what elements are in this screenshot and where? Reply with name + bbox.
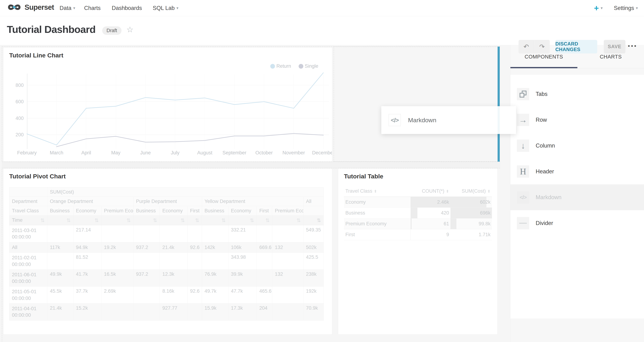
- superset-logo[interactable]: Superset: [6, 2, 54, 12]
- pivot-travel-class-row: Travel Class BusinessEconomy Premium Eco…: [10, 206, 324, 216]
- sort-icon[interactable]: ⇅: [66, 218, 70, 223]
- component-list: Tabs → Row ↓ Column H Header </> Markdow…: [510, 75, 644, 318]
- undo-icon: ↶: [524, 43, 529, 50]
- sidebar-strip: [510, 68, 644, 75]
- tutorial-table-card[interactable]: Tutorial Table Travel Class⬍ COUNT(*)⬍ S…: [338, 168, 498, 334]
- svg-text:600: 600: [16, 99, 24, 104]
- discard-changes-button[interactable]: DISCARD CHANGES: [555, 40, 597, 54]
- svg-text:August: August: [197, 150, 212, 156]
- plus-icon: +: [594, 4, 599, 12]
- dashboard-canvas: Tutorial Line Chart Return Single Februa…: [0, 45, 510, 342]
- undo-button[interactable]: ↶: [518, 40, 534, 54]
- sort-icon[interactable]: ⇅: [296, 218, 300, 223]
- sort-icon: ⬍: [446, 189, 449, 194]
- svg-text:June: June: [140, 150, 151, 156]
- sort-icon-active[interactable]: ⇅: [317, 218, 321, 223]
- sort-icon[interactable]: ⇅: [94, 218, 98, 223]
- empty-drop-zone[interactable]: [334, 46, 498, 162]
- pivot-data-row: 2011-03-01 00:00:00217.14332.21549.35: [10, 225, 324, 242]
- nav-menu-sqllab[interactable]: SQL Lab▾: [153, 0, 178, 16]
- sort-icon[interactable]: ⇅: [250, 218, 254, 223]
- data-table: Travel Class⬍ COUNT(*)⬍ SUM(Cost)⬍ Econo…: [344, 186, 492, 240]
- nav-menu-data[interactable]: Data▾: [60, 0, 75, 16]
- svg-text:400: 400: [16, 116, 24, 121]
- pivot-data-row: 2011-02-01 00:00:0081.52343.98425.5: [10, 252, 324, 270]
- redo-button[interactable]: ↷: [534, 40, 550, 54]
- svg-text:April: April: [81, 150, 91, 156]
- component-item-header[interactable]: H Header: [510, 158, 644, 184]
- line-chart-card[interactable]: Tutorial Line Chart Return Single Februa…: [3, 47, 332, 162]
- markdown-code-icon: </>: [517, 191, 529, 204]
- pivot-table: SUM(Cost) Department Orange Department P…: [9, 187, 324, 320]
- sort-icon[interactable]: ⇅: [222, 218, 226, 223]
- sort-icon[interactable]: ⇅: [126, 218, 131, 223]
- chevron-down-icon: ▾: [176, 6, 178, 10]
- sort-icon[interactable]: ⇅: [40, 218, 44, 223]
- svg-text:February: February: [17, 150, 37, 156]
- svg-text:November: November: [282, 150, 305, 156]
- sort-icon[interactable]: ⇅: [180, 218, 185, 223]
- component-item-markdown[interactable]: </> Markdown: [510, 184, 644, 210]
- chevron-down-icon: ▾: [601, 6, 603, 10]
- svg-text:September: September: [222, 150, 246, 156]
- column-header-sum-cost[interactable]: SUM(Cost)⬍: [450, 186, 492, 197]
- redo-icon: ↷: [539, 43, 545, 50]
- navbar: Superset Data▾ Charts Dashboards SQL Lab…: [0, 0, 644, 16]
- component-item-column[interactable]: ↓ Column: [510, 133, 644, 158]
- new-item-button[interactable]: + ▾: [594, 0, 603, 16]
- header-h-icon: H: [517, 166, 529, 178]
- table-row: First91.71k: [344, 229, 492, 240]
- pivot-data-row: 2011-04-01 00:00:0021.4k15.2k927.7715.9k…: [10, 303, 324, 320]
- row-divider-strip: [2, 162, 500, 168]
- chevron-down-icon: ▾: [73, 6, 75, 10]
- drop-indicator-line: [498, 46, 500, 162]
- svg-text:800: 800: [16, 82, 24, 88]
- component-item-tabs[interactable]: Tabs: [510, 81, 644, 107]
- nav-menu-dashboards[interactable]: Dashboards: [112, 0, 142, 16]
- more-options-button[interactable]: •••: [628, 43, 638, 49]
- svg-text:May: May: [111, 150, 120, 156]
- svg-text:July: July: [171, 150, 180, 156]
- sort-icon[interactable]: ⇅: [195, 218, 199, 223]
- line-chart-plot: FebruaryMarchAprilMayJuneJulyAugustSepte…: [4, 48, 332, 162]
- table-row: Economy2.46k602k: [344, 197, 492, 208]
- column-arrow-icon: ↓: [517, 140, 529, 152]
- pivot-time-row: Time⇅ ⇅ ⇅ ⇅ ⇅ ⇅ ⇅ ⇅ ⇅ ⇅ ⇅ ⇅: [10, 216, 324, 225]
- column-header-count[interactable]: COUNT(*)⬍: [410, 186, 450, 197]
- draft-status-badge: Draft: [102, 26, 122, 35]
- nav-menu-charts[interactable]: Charts: [84, 0, 100, 16]
- chart-title: Tutorial Pivot Chart: [9, 173, 66, 180]
- table-row: Business420696k: [344, 208, 492, 218]
- sort-icon: ⬍: [487, 189, 490, 194]
- svg-text:March: March: [50, 150, 63, 156]
- svg-text:October: October: [256, 150, 273, 156]
- infinity-logo-icon: [6, 2, 22, 12]
- chevron-down-icon: ▾: [636, 6, 638, 10]
- sort-icon: ⬍: [374, 189, 377, 194]
- column-header-travel-class[interactable]: Travel Class⬍: [344, 186, 410, 197]
- markdown-code-icon: </>: [388, 114, 401, 126]
- page-title[interactable]: Tutorial Dashboard: [7, 24, 96, 35]
- settings-menu[interactable]: Settings▾: [614, 0, 638, 16]
- sidebar-footer-strip: [510, 318, 644, 342]
- ghost-label: Markdown: [408, 117, 436, 124]
- sort-icon[interactable]: ⇅: [153, 218, 157, 223]
- chart-title: Tutorial Table: [344, 173, 383, 180]
- component-item-divider[interactable]: Divider: [510, 210, 644, 236]
- pivot-data-row: All117k94.9k19.2k937.221.4k92.6142k106k6…: [10, 242, 324, 252]
- brand-name: Superset: [24, 3, 54, 12]
- tabs-icon: [517, 88, 529, 100]
- svg-text:200: 200: [16, 132, 24, 138]
- pivot-metric-label: SUM(Cost): [47, 188, 324, 197]
- component-item-row[interactable]: → Row: [510, 107, 644, 133]
- pivot-chart-card[interactable]: Tutorial Pivot Chart SUM(Cost) Departmen…: [3, 168, 332, 334]
- divider-line-icon: [517, 217, 529, 229]
- sort-icon[interactable]: ⇅: [266, 218, 270, 223]
- builder-sidebar: COMPONENTS CHARTS Tabs → Row ↓ Column H …: [510, 45, 644, 342]
- favorite-star-icon[interactable]: ☆: [126, 25, 134, 34]
- save-button[interactable]: SAVE: [604, 40, 626, 54]
- row-arrow-icon: →: [517, 114, 529, 126]
- svg-text:December: December: [312, 150, 332, 156]
- markdown-drag-ghost[interactable]: </> Markdown: [381, 106, 516, 134]
- dashboard-titlebar: Tutorial Dashboard Draft ☆ ↶ ↷ DISCARD C…: [0, 16, 644, 45]
